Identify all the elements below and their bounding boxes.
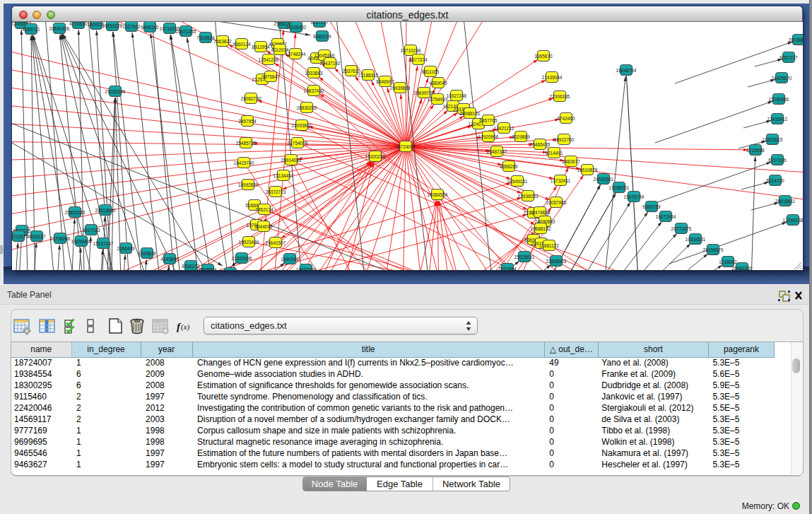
svg-text:8489709: 8489709 — [313, 34, 331, 39]
svg-text:10334531: 10334531 — [686, 237, 706, 242]
svg-text:29699700: 29699700 — [414, 90, 435, 95]
svg-text:7515524: 7515524 — [196, 35, 215, 40]
svg-text:3917183: 3917183 — [82, 228, 100, 233]
svg-text:6482877: 6482877 — [562, 159, 580, 164]
svg-text:28830202: 28830202 — [297, 105, 317, 110]
svg-text:25852685: 25852685 — [65, 210, 86, 215]
svg-text:24532561: 24532561 — [594, 177, 614, 182]
svg-text:9660124: 9660124 — [233, 42, 251, 47]
svg-text:8646997: 8646997 — [376, 79, 394, 84]
svg-text:1890399: 1890399 — [281, 257, 299, 262]
svg-text:6217026: 6217026 — [768, 158, 787, 163]
svg-text:1527602: 1527602 — [122, 24, 141, 29]
svg-text:10323815: 10323815 — [763, 137, 783, 142]
svg-text:22093651: 22093651 — [292, 123, 312, 128]
svg-text:26939869: 26939869 — [390, 86, 411, 90]
svg-text:4055721: 4055721 — [22, 27, 40, 32]
svg-text:8811165: 8811165 — [422, 69, 440, 74]
svg-text:12541238: 12541238 — [259, 57, 279, 62]
svg-text:28038807: 28038807 — [789, 37, 803, 42]
svg-text:6457765: 6457765 — [479, 118, 498, 123]
svg-text:29053346: 29053346 — [105, 89, 126, 94]
svg-text:19384554: 19384554 — [428, 192, 448, 197]
svg-text:12416912: 12416912 — [767, 117, 788, 122]
svg-text:(x): (x) — [181, 322, 190, 332]
svg-text:19688132: 19688132 — [531, 226, 551, 231]
svg-text:16510878: 16510878 — [577, 168, 598, 173]
svg-text:12294238: 12294238 — [783, 218, 803, 223]
svg-text:24549181: 24549181 — [507, 179, 528, 184]
svg-text:29437192: 29437192 — [320, 61, 341, 66]
svg-text:20813640: 20813640 — [95, 208, 116, 213]
svg-text:21439044: 21439044 — [542, 75, 563, 80]
svg-text:29914085: 29914085 — [281, 158, 302, 163]
svg-text:16072954: 16072954 — [656, 214, 676, 219]
svg-text:1999828: 1999828 — [138, 251, 156, 256]
svg-text:9214491: 9214491 — [545, 151, 563, 156]
svg-text:10228452: 10228452 — [286, 25, 307, 30]
svg-text:4143890: 4143890 — [160, 257, 179, 262]
svg-text:19523409: 19523409 — [239, 240, 259, 245]
svg-text:18992829: 18992829 — [238, 182, 259, 187]
svg-text:28159979: 28159979 — [703, 247, 724, 252]
svg-text:1218062: 1218062 — [719, 259, 737, 264]
svg-text:8029889: 8029889 — [512, 134, 530, 139]
svg-text:16671355: 16671355 — [176, 29, 196, 34]
svg-text:2066449: 2066449 — [117, 246, 135, 251]
svg-text:18300295: 18300295 — [365, 154, 386, 159]
svg-text:24641507: 24641507 — [266, 240, 286, 245]
svg-text:25485735: 25485735 — [236, 141, 257, 146]
svg-text:3395870: 3395870 — [534, 54, 553, 59]
svg-text:20772475: 20772475 — [671, 226, 692, 231]
svg-text:8912954: 8912954 — [252, 45, 270, 49]
svg-text:23706266: 23706266 — [50, 236, 71, 241]
svg-text:25025631: 25025631 — [514, 255, 535, 259]
svg-text:8215958: 8215958 — [746, 148, 765, 153]
svg-text:22474828: 22474828 — [530, 210, 551, 215]
svg-text:3333883: 3333883 — [305, 71, 323, 76]
svg-text:7663822: 7663822 — [213, 39, 232, 44]
svg-text:20691406: 20691406 — [49, 26, 70, 31]
svg-text:4439167: 4439167 — [28, 234, 46, 239]
svg-text:15157347: 15157347 — [93, 241, 114, 246]
svg-text:13134457: 13134457 — [273, 173, 294, 178]
svg-text:26618611: 26618611 — [775, 199, 796, 204]
svg-text:19832259: 19832259 — [296, 267, 317, 271]
svg-text:13754919: 13754919 — [428, 97, 448, 102]
svg-text:13748244: 13748244 — [286, 52, 306, 57]
svg-text:13045349: 13045349 — [314, 53, 335, 58]
svg-text:4735650: 4735650 — [69, 22, 88, 26]
svg-text:6357277: 6357277 — [779, 55, 798, 60]
svg-text:6466160: 6466160 — [141, 25, 159, 30]
svg-text:16648784: 16648784 — [616, 68, 637, 73]
svg-text:28082730: 28082730 — [241, 96, 261, 101]
svg-text:10057945: 10057945 — [546, 200, 567, 205]
svg-text:25711873: 25711873 — [12, 234, 29, 239]
svg-text:8806804: 8806804 — [199, 267, 217, 271]
svg-text:22306335: 22306335 — [550, 94, 570, 99]
svg-text:23188315: 23188315 — [358, 73, 379, 78]
svg-text:4389045: 4389045 — [429, 81, 447, 86]
svg-text:2457954: 2457954 — [238, 119, 257, 124]
svg-text:25465435: 25465435 — [530, 142, 551, 147]
svg-text:19299464: 19299464 — [71, 239, 92, 244]
svg-text:9875847: 9875847 — [261, 74, 280, 79]
svg-text:7671884: 7671884 — [498, 267, 517, 271]
svg-text:19285201: 19285201 — [609, 185, 630, 190]
svg-text:7452134: 7452134 — [255, 207, 273, 212]
svg-text:8224730: 8224730 — [766, 178, 784, 183]
svg-text:10710248: 10710248 — [401, 48, 421, 53]
svg-text:15180586: 15180586 — [769, 97, 789, 102]
svg-text:9217207: 9217207 — [310, 22, 329, 25]
svg-text:3644095: 3644095 — [254, 224, 273, 229]
svg-text:10653326: 10653326 — [102, 23, 123, 28]
svg-text:12920906: 12920906 — [478, 134, 499, 139]
svg-text:15076749: 15076749 — [624, 194, 645, 199]
svg-text:23936053: 23936053 — [518, 194, 539, 199]
svg-text:22806503: 22806503 — [546, 259, 567, 264]
svg-text:10837430: 10837430 — [304, 88, 324, 93]
svg-text:24425670: 24425670 — [772, 76, 792, 81]
svg-text:18724007: 18724007 — [396, 144, 416, 149]
svg-text:26461350: 26461350 — [732, 266, 753, 271]
svg-text:8396759: 8396759 — [642, 204, 661, 209]
